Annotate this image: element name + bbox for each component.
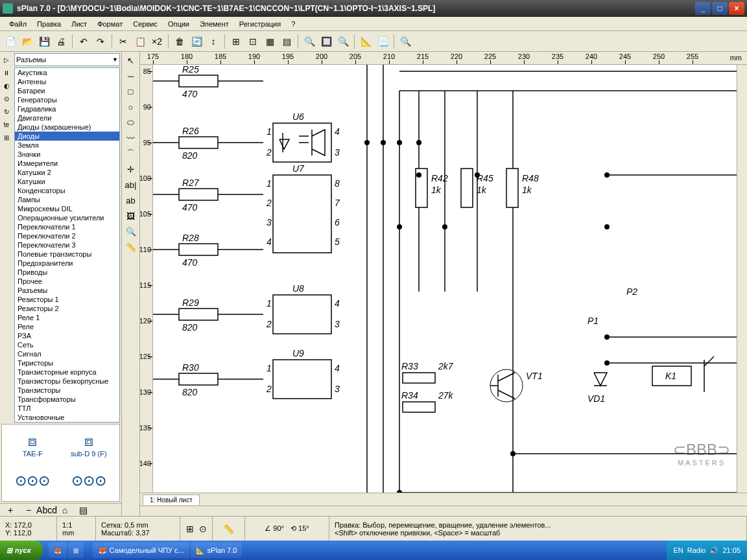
menu-формат[interactable]: Формат [92,18,128,30]
toolbar-button[interactable]: ✂ [115,34,131,49]
menu-элемент[interactable]: Элемент [195,18,234,30]
draw-tool-button[interactable]: 〰 [123,131,139,145]
category-item[interactable]: Переключатели 1 [15,222,119,231]
draw-tool-button[interactable]: 📏 [123,240,139,254]
category-item[interactable]: Прочее [15,277,119,286]
category-item[interactable]: Батареи [15,86,119,95]
draw-tool-button[interactable]: □ [123,84,139,99]
category-item[interactable]: Предохранители [15,259,119,268]
category-item[interactable]: Диоды (закрашенные) [15,122,119,132]
toolbar-button[interactable]: 📂 [19,34,35,49]
start-button[interactable]: ⊞ пуск [0,541,43,560]
home-icon[interactable]: ⌂ [57,502,73,517]
lib-tool-icon[interactable]: ⊙ [1,93,12,104]
taskbar-item[interactable]: 🦊Самодельный ЧПУ с... [93,542,189,558]
draw-tool-button[interactable]: ✛ [123,162,139,176]
toolbar-button[interactable]: ×2 [149,34,165,49]
label-toggle-icon[interactable]: Abcd [39,502,54,517]
draw-tool-button[interactable]: ⬭ [123,115,139,130]
menu-?[interactable]: ? [286,18,300,30]
category-item[interactable]: Антенны [15,77,119,86]
category-item[interactable]: Установочные [15,413,119,422]
lib-tool-icon[interactable]: ↻ [1,106,12,117]
category-item[interactable]: Сигнал [15,349,119,358]
category-item[interactable]: Переключатели 2 [15,231,119,240]
category-item[interactable]: Реле [15,322,119,331]
category-item[interactable]: Транзисторы [15,386,119,395]
snap-toggle-icon[interactable]: ⊙ [198,521,208,537]
toolbar-button[interactable]: ⊞ [228,34,244,49]
lib-tool-icon[interactable]: ⏸ [1,67,12,78]
category-item[interactable]: Земля [15,141,119,150]
menu-регистрация[interactable]: Регистрация [234,18,286,30]
category-item[interactable]: Разъемы [15,286,119,295]
quicklaunch-item[interactable]: 🦊 [49,542,67,558]
category-item[interactable]: Резисторы 2 [15,304,119,313]
draw-tool-button[interactable]: ab| [123,178,139,192]
preview-item[interactable]: ⧈TAE-F [10,432,55,459]
category-list[interactable]: АкустикаАнтенныБатареиГенераторыГидравли… [14,67,120,423]
grid-toggle-icon[interactable]: ⊞ [185,521,195,537]
toolbar-button[interactable]: 🔄 [189,34,204,49]
category-item[interactable]: Трансформаторы [15,395,119,404]
maximize-button[interactable]: □ [712,2,728,15]
tray-radio[interactable]: Radio [687,546,706,554]
category-item[interactable]: Сеть [15,340,119,349]
menu-опции[interactable]: Опции [163,18,195,30]
lib-tool-icon[interactable]: ⊞ [1,132,12,143]
grid-icon[interactable]: ▤ [75,502,91,517]
category-item[interactable]: Полевые транзисторы [15,250,119,259]
toolbar-button[interactable]: 📄 [3,34,18,49]
category-item[interactable]: Приводы [15,268,119,277]
zoom-out-icon[interactable]: − [21,502,36,517]
draw-tool-button[interactable]: ab [123,193,139,207]
category-item[interactable]: Акустика [15,68,119,77]
category-item[interactable]: Транзисторы безкорпусные [15,377,119,386]
quicklaunch-item[interactable]: ⊞ [68,542,84,558]
toolbar-button[interactable]: 🗑 [172,34,187,49]
zoom-in-icon[interactable]: + [3,502,18,517]
toolbar-button[interactable]: ↷ [93,34,108,49]
category-item[interactable]: Измерители [15,159,119,168]
category-item[interactable]: Транзисторные корпуса [15,368,119,377]
category-item[interactable]: Переключатели 3 [15,240,119,250]
toolbar-button[interactable]: 💾 [36,34,52,49]
lib-tool-icon[interactable]: te [1,119,12,130]
preview-item[interactable]: ⊙⊙⊙ [10,467,55,495]
toolbar-button[interactable]: ▦ [262,34,278,49]
category-item[interactable]: Катушки 2 [15,168,119,177]
toolbar-button[interactable]: 🔲 [318,34,334,49]
draw-tool-button[interactable]: 🔍 [123,224,139,239]
category-item[interactable]: РЗА [15,331,119,340]
sheet-tab[interactable]: 1: Новый лист [143,495,200,505]
toolbar-button[interactable]: 🔍 [397,34,413,49]
toolbar-button[interactable]: 📐 [358,34,374,49]
toolbar-button[interactable]: 🔍 [335,34,351,49]
draw-tool-button[interactable]: ↖ [123,53,139,67]
toolbar-button[interactable]: ↶ [76,34,91,49]
taskbar-item[interactable]: 📐sPlan 7.0 [191,542,243,558]
toolbar-button[interactable]: 🖨 [53,34,69,49]
toolbar-button[interactable]: ⊡ [245,34,261,49]
lib-tool-icon[interactable]: ▷ [1,54,12,65]
draw-tool-button[interactable]: 🖼 [123,209,139,223]
tray-lang[interactable]: EN [673,546,683,554]
category-item[interactable]: Микросхемы DIL [15,204,119,213]
toolbar-button[interactable]: 🔍 [302,34,317,49]
menu-лист[interactable]: Лист [66,18,92,30]
category-item[interactable]: Конденсаторы [15,186,119,195]
category-item[interactable]: Гидравлика [15,104,119,113]
category-item[interactable]: Цифр.: Логика [15,422,119,423]
category-item[interactable]: Катушки [15,177,119,186]
category-item[interactable]: Двигатели [15,113,119,122]
minimize-button[interactable]: _ [695,2,711,15]
close-button[interactable]: × [729,2,744,15]
category-item[interactable]: Реле 1 [15,313,119,322]
toolbar-button[interactable]: ↕ [206,34,221,49]
category-item[interactable]: Тиристоры [15,358,119,368]
draw-tool-button[interactable]: ○ [123,100,139,114]
toolbar-button[interactable]: ▤ [279,34,294,49]
draw-tool-button[interactable]: ⌒ [123,146,139,161]
draw-tool-button[interactable]: ─ [123,69,139,83]
toolbar-button[interactable]: 📋 [132,34,148,49]
